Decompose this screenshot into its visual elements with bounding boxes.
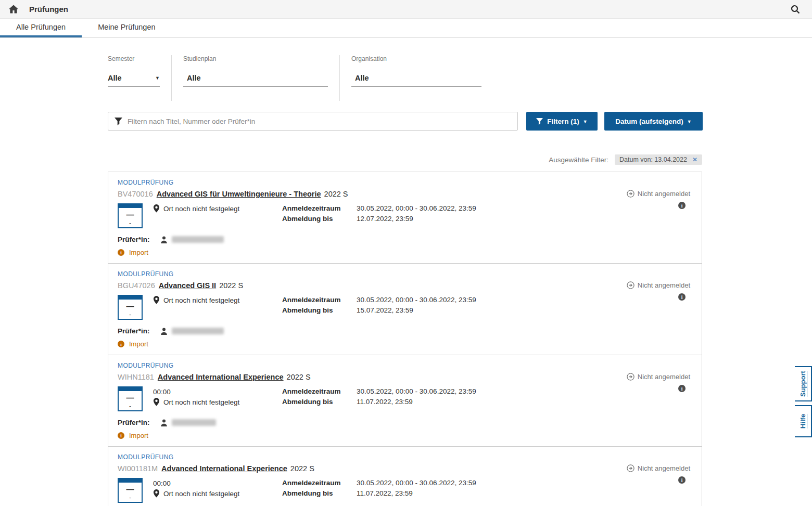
- registration-period-value: 30.05.2022, 00:00 - 30.06.2022, 23:59: [357, 295, 476, 305]
- exam-time: 00:00: [153, 386, 282, 397]
- exam-type: MODULPRÜFUNG: [118, 453, 691, 461]
- exam-title-link[interactable]: Advanced International Experience: [161, 464, 287, 473]
- exam-time: 00:00: [153, 478, 282, 488]
- calendar-icon: — -: [118, 478, 143, 503]
- exam-location: Ort noch nicht festgelegt: [153, 488, 282, 499]
- tab-label: Meine Prüfungen: [98, 23, 155, 31]
- calendar-top-bar: [119, 296, 142, 300]
- organisation-value: Alle: [355, 74, 369, 82]
- studienplan-select[interactable]: Alle: [183, 74, 328, 87]
- exam-details: — - 00:00 Ort noch nicht festgelegt Anme…: [118, 478, 691, 503]
- exam-details: — - 00:00 Ort noch nicht festgelegt Anme…: [118, 386, 691, 411]
- info-icon[interactable]: i: [678, 202, 686, 209]
- import-info-icon: i: [118, 249, 124, 256]
- support-tab[interactable]: Support: [795, 366, 812, 401]
- deregistration-value: 12.07.2022, 23:59: [357, 214, 476, 224]
- deregistration-label: Abmeldung bis: [282, 214, 357, 224]
- examiner-row: Prüfer*in:: [118, 236, 691, 243]
- chevron-down-icon: ▼: [687, 119, 692, 124]
- organisation-label: Organisation: [351, 55, 481, 62]
- exam-entry: MODULPRÜFUNG WI001181MAdvanced Internati…: [108, 446, 702, 506]
- arrow-circle-icon: [627, 281, 635, 289]
- exam-title-link[interactable]: Advanced GIS für Umweltingenieure - Theo…: [157, 190, 321, 198]
- filter-bar: Semester Alle ▼ Studienplan Alle Organis…: [108, 55, 812, 101]
- registration-period-label: Anmeldezeitraum: [282, 203, 357, 214]
- filter-button[interactable]: Filtern (1) ▼: [526, 112, 598, 131]
- registration-status: Nicht angemeldet: [627, 464, 690, 472]
- deregistration-value: 15.07.2022, 23:59: [357, 305, 476, 316]
- arrow-circle-icon: [627, 464, 635, 472]
- exam-location-text: Ort noch nicht festgelegt: [163, 205, 239, 213]
- calendar-day-placeholder: —: [126, 393, 134, 403]
- exam-season: 2022 S: [324, 190, 348, 198]
- exam-entry: MODULPRÜFUNG BV470016Advanced GIS für Um…: [108, 172, 702, 263]
- calendar-day-placeholder: —: [126, 301, 134, 312]
- info-icon[interactable]: i: [678, 293, 686, 301]
- hilfe-tab[interactable]: Hilfe: [795, 405, 812, 437]
- exam-location-text: Ort noch nicht festgelegt: [163, 490, 239, 498]
- exam-code: BGU47026: [118, 281, 155, 290]
- filter-search-box: [108, 112, 518, 131]
- arrow-circle-icon: [627, 190, 635, 198]
- filter-chip: Datum von: 13.04.2022 ✕: [615, 154, 702, 165]
- examiner-name-redacted[interactable]: [172, 236, 224, 243]
- registration-period-value: 30.05.2022, 00:00 - 30.06.2022, 23:59: [357, 386, 476, 397]
- registration-status: Nicht angemeldet: [627, 281, 690, 289]
- remove-filter-icon[interactable]: ✕: [692, 156, 697, 163]
- search-row: Filtern (1) ▼ Datum (aufsteigend) ▼: [108, 112, 812, 131]
- status-text: Nicht angemeldet: [638, 281, 690, 289]
- top-bar: Prüfungen: [0, 0, 812, 19]
- examiner-name-redacted[interactable]: [172, 328, 224, 334]
- filter-divider: [339, 55, 340, 101]
- exam-time-text: 00:00: [153, 479, 171, 487]
- registration-period-label: Anmeldezeitraum: [282, 386, 357, 397]
- selected-filters-row: Ausgewählte Filter: Datum von: 13.04.202…: [108, 154, 702, 165]
- deregistration-value: 11.07.2022, 23:59: [357, 488, 476, 499]
- import-row[interactable]: i Import: [118, 249, 691, 256]
- exam-time-text: 00:00: [153, 388, 171, 396]
- import-row[interactable]: i Import: [118, 432, 691, 439]
- info-icon[interactable]: i: [678, 385, 686, 392]
- exam-title-line: BV470016Advanced GIS für Umweltingenieur…: [118, 190, 691, 198]
- tab-meine-pruefungen[interactable]: Meine Prüfungen: [82, 19, 171, 37]
- import-row[interactable]: i Import: [118, 340, 691, 348]
- registration-status: Nicht angemeldet: [627, 190, 690, 198]
- registration-period-value: 30.05.2022, 00:00 - 30.06.2022, 23:59: [357, 203, 476, 214]
- home-icon[interactable]: [8, 4, 19, 15]
- import-label: Import: [129, 432, 148, 439]
- chevron-down-icon: ▼: [583, 119, 588, 124]
- semester-select[interactable]: Alle ▼: [108, 74, 160, 87]
- exam-code: BV470016: [118, 190, 153, 198]
- examiner-label: Prüfer*in:: [118, 236, 160, 243]
- registration-period-label: Anmeldezeitraum: [282, 295, 357, 305]
- exam-list: MODULPRÜFUNG BV470016Advanced GIS für Um…: [108, 172, 702, 506]
- import-info-icon: i: [118, 432, 124, 439]
- examiner-label: Prüfer*in:: [118, 419, 160, 426]
- calendar-month-placeholder: -: [129, 495, 131, 501]
- exam-title-line: BGU47026Advanced GIS II2022 S: [118, 281, 691, 290]
- calendar-icon: — -: [118, 203, 143, 228]
- exam-details: — - Ort noch nicht festgelegt Anmeldezei…: [118, 295, 691, 320]
- registration-period-value: 30.05.2022, 00:00 - 30.06.2022, 23:59: [357, 478, 476, 488]
- search-icon[interactable]: [790, 4, 801, 15]
- tab-alle-pruefungen[interactable]: Alle Prüfungen: [0, 19, 82, 37]
- person-icon: [160, 236, 168, 243]
- tab-bar: Alle Prüfungen Meine Prüfungen: [0, 19, 812, 38]
- examiner-name-redacted[interactable]: [172, 419, 216, 426]
- organisation-select[interactable]: Alle: [351, 74, 481, 87]
- sort-button[interactable]: Datum (aufsteigend) ▼: [604, 112, 703, 131]
- exam-entry: MODULPRÜFUNG WIHN1181Advanced Internatio…: [108, 355, 702, 446]
- exam-place-col: Ort noch nicht festgelegt: [153, 203, 282, 214]
- selected-filters-label: Ausgewählte Filter:: [549, 156, 608, 164]
- studienplan-filter: Studienplan Alle: [183, 55, 328, 101]
- exam-title-link[interactable]: Advanced GIS II: [159, 281, 216, 290]
- exam-title-link[interactable]: Advanced International Experience: [158, 373, 284, 381]
- exam-type: MODULPRÜFUNG: [118, 270, 691, 278]
- exam-type: MODULPRÜFUNG: [118, 179, 691, 186]
- chevron-down-icon: ▼: [155, 75, 160, 81]
- deregistration-label: Abmeldung bis: [282, 397, 357, 407]
- exam-code: WI001181M: [118, 464, 158, 473]
- info-icon[interactable]: i: [678, 476, 686, 484]
- search-input[interactable]: [128, 118, 511, 125]
- svg-text:i: i: [681, 295, 683, 300]
